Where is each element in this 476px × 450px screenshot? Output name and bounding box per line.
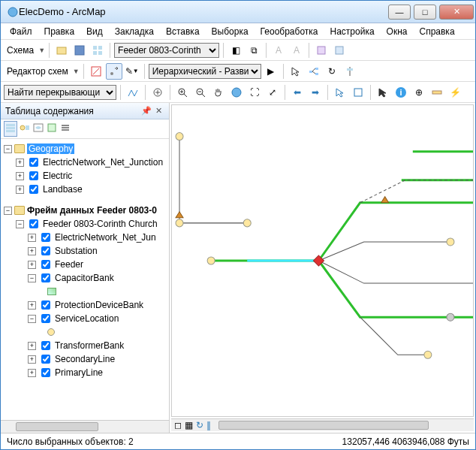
layer-checkbox[interactable]	[41, 260, 50, 269]
expand-icon[interactable]: +	[28, 234, 36, 242]
back-icon[interactable]: ⬅	[289, 84, 306, 101]
minimize-button[interactable]: —	[388, 5, 411, 20]
grid-icon[interactable]	[89, 42, 106, 59]
pause-icon[interactable]: ‖	[206, 420, 211, 430]
run-layout-icon[interactable]: ▶	[263, 63, 279, 80]
edit-schema-icon[interactable]	[88, 63, 104, 80]
layer-checkbox[interactable]	[29, 171, 38, 180]
layer-checkbox[interactable]	[41, 301, 50, 310]
options-icon[interactable]	[59, 122, 71, 136]
layer-checkbox[interactable]	[29, 158, 38, 167]
menu-help[interactable]: Справка	[414, 25, 459, 38]
pointer-icon[interactable]	[288, 63, 304, 80]
collapse-icon[interactable]: −	[4, 207, 12, 215]
list-by-source-icon[interactable]	[19, 122, 31, 136]
list-by-vis-icon[interactable]	[32, 122, 44, 136]
collapse-icon[interactable]: −	[28, 315, 36, 323]
menu-bookmark[interactable]: Закладка	[110, 25, 158, 38]
zoom-in-icon[interactable]	[174, 84, 191, 101]
collapse-icon[interactable]: −	[16, 220, 24, 228]
text-a-icon[interactable]: A	[270, 42, 287, 59]
clear-selection-icon[interactable]	[350, 84, 366, 101]
find-select[interactable]: Найти перекрывающи	[4, 85, 116, 100]
layer-item[interactable]: +Landbase	[2, 183, 167, 196]
layer-item[interactable]: +TransformerBank	[2, 339, 167, 352]
refresh-icon[interactable]: ↻	[196, 420, 203, 430]
layer-item[interactable]: +PrimaryLine	[2, 366, 167, 379]
layout-select[interactable]: Иерархический - Разви	[149, 64, 261, 79]
list-by-draw-icon[interactable]	[4, 121, 17, 137]
move-node-icon[interactable]	[106, 63, 122, 80]
select-features-icon[interactable]	[332, 84, 348, 101]
expand-icon[interactable]: +	[28, 369, 36, 377]
forward-icon[interactable]: ➡	[307, 84, 324, 101]
menu-edit[interactable]: Правка	[40, 25, 80, 38]
expand-icon[interactable]: +	[28, 342, 36, 350]
fullscreen-out-icon[interactable]: ⤢	[264, 84, 281, 101]
layer-item[interactable]: +SecondaryLine	[2, 352, 167, 366]
layer-item[interactable]: +Feeder	[2, 258, 167, 271]
edit-tool-icon[interactable]: ✎▼	[124, 63, 140, 80]
expand-icon[interactable]: +	[16, 172, 24, 180]
align-icon[interactable]	[342, 63, 358, 80]
df-feeder[interactable]: − Фрейм данных Feeder 0803-0	[2, 204, 167, 217]
layer-group[interactable]: −Feeder 0803-Corinth Church	[2, 217, 167, 231]
close-button[interactable]: ✕	[439, 5, 474, 20]
layer-item[interactable]: +Electric	[2, 169, 167, 183]
data-view-icon[interactable]: ◻	[174, 420, 182, 430]
menu-selection[interactable]: Выборка	[207, 25, 253, 38]
layer-checkbox[interactable]	[41, 233, 50, 242]
layer-checkbox[interactable]	[41, 368, 50, 377]
full-extent-icon[interactable]	[228, 84, 245, 101]
layer-checkbox[interactable]	[41, 355, 50, 364]
layer-item[interactable]: +ProtectionDeviceBank	[2, 298, 167, 312]
menu-customize[interactable]: Настройка	[326, 25, 379, 38]
layer-checkbox[interactable]	[29, 219, 38, 228]
identify-icon[interactable]: i	[393, 84, 409, 101]
expand-icon[interactable]: +	[28, 301, 36, 310]
view-icon[interactable]: ◧	[227, 42, 244, 59]
save-schema-icon[interactable]	[71, 42, 88, 59]
layer-checkbox[interactable]	[41, 314, 50, 323]
menu-file[interactable]: Файл	[5, 25, 37, 38]
toc-close-icon[interactable]: ✕	[152, 105, 164, 117]
expand-icon[interactable]: +	[28, 355, 36, 364]
map-canvas[interactable]	[171, 104, 474, 417]
tree-icon[interactable]	[306, 63, 322, 80]
layout-view-icon[interactable]: ▦	[185, 420, 193, 430]
rotate-icon[interactable]: ↻	[324, 63, 340, 80]
menu-view[interactable]: Вид	[82, 25, 107, 38]
menu-windows[interactable]: Окна	[382, 25, 412, 38]
menu-geoproc[interactable]: Геообработка	[256, 25, 323, 38]
hyperlink-icon[interactable]: ⚡	[447, 84, 463, 101]
zoom-out-icon[interactable]	[192, 84, 209, 101]
menu-insert[interactable]: Вставка	[161, 25, 204, 38]
measure-icon[interactable]	[429, 84, 445, 101]
expand-icon[interactable]: +	[28, 247, 36, 255]
text-a2-icon[interactable]: A	[288, 42, 305, 59]
layer-checkbox[interactable]	[41, 246, 50, 255]
layer-checkbox[interactable]	[29, 185, 38, 194]
layer-item[interactable]: −ServiceLocation	[2, 312, 167, 325]
list-by-sel-icon[interactable]	[46, 122, 58, 136]
search-icon[interactable]: ⊕	[411, 84, 427, 101]
layer-checkbox[interactable]	[41, 341, 50, 350]
select-elements-icon[interactable]	[375, 84, 391, 101]
layer-item[interactable]: +ElectricNetwork_Net_Jun	[2, 231, 167, 244]
collapse-icon[interactable]: −	[4, 145, 12, 153]
props1-icon[interactable]	[313, 42, 330, 59]
open-schema-icon[interactable]	[53, 42, 70, 59]
expand-icon[interactable]: +	[16, 159, 24, 167]
props2-icon[interactable]	[331, 42, 348, 59]
fullscreen-in-icon[interactable]: ⛶	[246, 84, 263, 101]
feeder-select[interactable]: Feeder 0803-Corinth	[114, 43, 219, 58]
expand-icon[interactable]: +	[28, 261, 36, 269]
pan-icon[interactable]	[210, 84, 227, 101]
toc-hscroll[interactable]	[1, 420, 169, 433]
layer-item[interactable]: −CapacitorBank	[2, 271, 167, 285]
trace-icon[interactable]	[125, 84, 141, 101]
expand-icon[interactable]: +	[16, 186, 24, 194]
df-geography[interactable]: − Geography	[2, 142, 167, 156]
layer-checkbox[interactable]	[41, 273, 50, 282]
zoom-extent-icon[interactable]	[149, 84, 166, 101]
